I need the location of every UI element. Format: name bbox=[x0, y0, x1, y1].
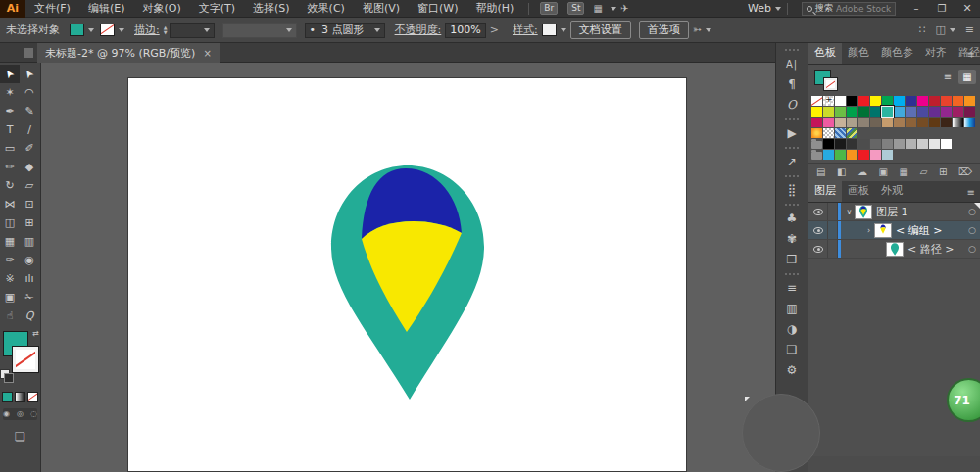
visibility-eye-icon[interactable] bbox=[808, 240, 828, 258]
slice-tool[interactable]: ✁ bbox=[20, 288, 39, 307]
color-swatch[interactable] bbox=[811, 107, 822, 117]
new-color-group-icon[interactable]: ▱ bbox=[920, 166, 928, 177]
color-swatch[interactable] bbox=[906, 96, 916, 106]
grad-orange-swatch[interactable] bbox=[811, 128, 822, 138]
pencil-tool[interactable]: ✏ bbox=[0, 158, 20, 176]
chevron-down-icon[interactable] bbox=[561, 28, 566, 32]
layers-tab[interactable]: 图层 bbox=[808, 180, 842, 202]
pen-tool[interactable]: ✒ bbox=[0, 102, 20, 120]
opacity-more-arrow[interactable]: > bbox=[490, 24, 499, 36]
color-swatch[interactable] bbox=[894, 139, 905, 149]
visibility-eye-icon[interactable] bbox=[808, 203, 828, 220]
color-swatch[interactable] bbox=[941, 139, 952, 149]
screen-mode-icon[interactable]: ❏ bbox=[0, 430, 40, 444]
pattern-checker-swatch[interactable] bbox=[823, 128, 834, 138]
layer-row[interactable]: ›< 编组 >○ bbox=[808, 221, 980, 240]
pointer-options-icon[interactable]: ➳ bbox=[693, 24, 702, 36]
paintbrush-tool[interactable]: ✐ bbox=[20, 139, 39, 158]
layer-label[interactable]: 图层 1 bbox=[876, 205, 964, 219]
style-label[interactable]: 样式: bbox=[513, 23, 538, 37]
perspective-grid-tool[interactable]: ⊞ bbox=[20, 213, 39, 232]
character-panel-icon[interactable]: A| bbox=[776, 54, 808, 74]
color-swatch[interactable] bbox=[964, 107, 975, 117]
graphic-styles-panel-icon[interactable]: ⚙ bbox=[776, 360, 808, 381]
shape-builder-tool[interactable]: ◫ bbox=[0, 213, 20, 232]
swatches-tab[interactable]: 颜色 bbox=[842, 42, 875, 64]
none-swatch[interactable] bbox=[811, 96, 822, 106]
color-swatch[interactable] bbox=[929, 139, 940, 149]
opentype-panel-icon[interactable]: O bbox=[776, 95, 808, 116]
color-swatch[interactable] bbox=[953, 107, 963, 117]
visibility-eye-icon[interactable] bbox=[808, 221, 828, 239]
color-swatch[interactable] bbox=[823, 139, 834, 149]
color-swatch[interactable] bbox=[929, 118, 940, 127]
opacity-value[interactable]: 100% bbox=[445, 23, 485, 38]
fill-color-swatch[interactable] bbox=[70, 24, 84, 36]
direct-selection-tool[interactable]: ➤ bbox=[20, 65, 39, 83]
transform-panel-icon[interactable]: ⣿ bbox=[776, 180, 808, 201]
color-swatch[interactable] bbox=[835, 107, 846, 117]
selection-tool[interactable]: ➤ bbox=[0, 65, 20, 83]
layer-thumbnail[interactable] bbox=[886, 242, 904, 257]
layers-tab[interactable]: 画板 bbox=[842, 180, 875, 202]
delete-swatch-icon[interactable]: ⌦ bbox=[958, 166, 972, 177]
menu-item-4[interactable]: 选择(S) bbox=[244, 0, 299, 18]
grad-blue-swatch[interactable] bbox=[964, 118, 975, 127]
color-swatch[interactable] bbox=[882, 96, 893, 106]
map-pin-artwork[interactable] bbox=[128, 78, 686, 471]
preferences-button[interactable]: 首选项 bbox=[639, 21, 689, 39]
menu-item-3[interactable]: 文字(T) bbox=[190, 0, 244, 18]
layers-menu-icon[interactable]: ≡ bbox=[967, 187, 975, 198]
mesh-tool[interactable]: ▦ bbox=[0, 232, 20, 251]
stock-button[interactable]: St bbox=[567, 2, 584, 15]
menu-item-0[interactable]: 文件(F) bbox=[25, 0, 79, 18]
document-tab[interactable]: 未标题-2* @ 97% (RGB/预览) × bbox=[37, 43, 220, 63]
color-swatch[interactable] bbox=[917, 139, 928, 149]
type-tool[interactable]: T bbox=[0, 120, 20, 139]
color-swatch[interactable] bbox=[823, 118, 834, 127]
rectangle-tool[interactable]: ▭ bbox=[0, 139, 20, 158]
paragraph-panel-icon[interactable]: ¶ bbox=[776, 74, 808, 95]
panel-list-icon[interactable]: ≡ bbox=[965, 24, 974, 36]
stroke-color-indicator-small[interactable] bbox=[824, 78, 837, 90]
draw-behind-icon[interactable]: ◎ bbox=[14, 408, 26, 420]
dock-drag-handle[interactable] bbox=[785, 118, 799, 120]
column-graph-tool[interactable]: ılı bbox=[20, 269, 39, 288]
color-swatch[interactable] bbox=[894, 118, 905, 127]
color-swatch[interactable] bbox=[847, 118, 858, 127]
color-swatch[interactable] bbox=[847, 139, 858, 149]
list-view-icon[interactable]: ≡ bbox=[939, 70, 956, 84]
dock-drag-handle[interactable] bbox=[785, 147, 799, 149]
gradient-tool[interactable]: ▥ bbox=[20, 232, 39, 251]
color-swatch[interactable] bbox=[847, 107, 858, 117]
color-swatch[interactable] bbox=[835, 139, 846, 149]
transparency-panel-icon[interactable]: ◑ bbox=[776, 319, 808, 340]
color-swatch[interactable] bbox=[870, 118, 881, 127]
color-swatch[interactable] bbox=[882, 118, 893, 127]
color-swatch[interactable] bbox=[858, 139, 869, 149]
chevron-down-icon[interactable] bbox=[88, 28, 94, 32]
menu-item-1[interactable]: 编辑(E) bbox=[79, 0, 134, 18]
color-swatch[interactable] bbox=[882, 107, 893, 117]
layer-label[interactable]: < 路径 > bbox=[907, 242, 964, 257]
restore-button[interactable]: ❐ bbox=[929, 0, 955, 18]
swap-fill-stroke-icon[interactable]: ⇄ bbox=[32, 329, 39, 338]
color-swatch[interactable] bbox=[917, 107, 928, 117]
color-swatch[interactable] bbox=[882, 150, 893, 160]
color-swatch[interactable] bbox=[835, 150, 846, 160]
layer-row[interactable]: < 路径 >○ bbox=[808, 240, 980, 259]
lasso-tool[interactable]: ◠ bbox=[20, 83, 39, 102]
stroke-panel-icon[interactable]: ≡ bbox=[776, 278, 808, 299]
scale-tool[interactable]: ▱ bbox=[20, 176, 39, 195]
color-swatch[interactable] bbox=[835, 118, 846, 127]
minimize-button[interactable]: – bbox=[904, 0, 929, 18]
adobe-stock-search[interactable]: 搜索 Adobe Stock bbox=[802, 2, 896, 16]
color-mode-button[interactable] bbox=[2, 392, 13, 402]
swatch-kinds-icon[interactable]: ◧ bbox=[837, 166, 846, 177]
eraser-tool[interactable]: ◆ bbox=[20, 158, 39, 176]
lock-column[interactable] bbox=[828, 221, 838, 239]
swatches-tab[interactable]: 颜色参 bbox=[875, 42, 919, 64]
document-setup-button[interactable]: 文档设置 bbox=[570, 21, 631, 39]
stroke-color-swatch[interactable] bbox=[100, 24, 115, 36]
swatches-tab[interactable]: 色板 bbox=[808, 42, 842, 64]
